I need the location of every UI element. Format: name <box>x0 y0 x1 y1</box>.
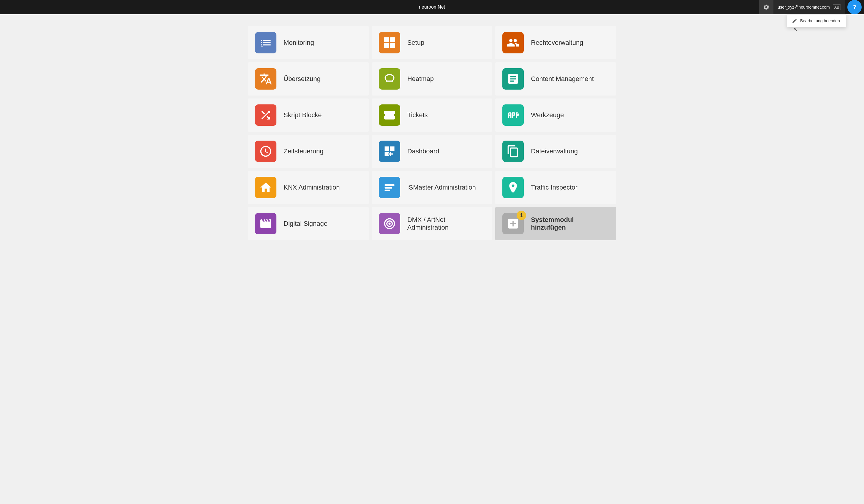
tickets-label: Tickets <box>407 111 428 119</box>
content-management-icon <box>502 68 524 89</box>
werkzeuge-icon <box>502 105 524 126</box>
dashboard-icon <box>379 140 400 162</box>
module-card-tickets[interactable]: Tickets <box>372 98 493 132</box>
module-card-dashboard[interactable]: Dashboard <box>372 135 493 168</box>
bearbeitung-beenden-item[interactable]: Bearbeitung beenden <box>787 14 846 27</box>
content-management-label: Content Management <box>531 75 594 83</box>
knx-admin-icon <box>255 177 276 198</box>
monitoring-label: Monitoring <box>284 39 314 47</box>
module-card-rechteverwaltung[interactable]: Rechteverwaltung <box>495 26 616 59</box>
dashboard-label: Dashboard <box>407 147 440 155</box>
svg-rect-7 <box>384 189 390 191</box>
topbar-right: user_xyz@neuroomnet.com AB ? <box>759 0 864 14</box>
module-card-setup[interactable]: Setup <box>372 26 493 59</box>
module-card-knx-admin[interactable]: KNX Administration <box>248 171 369 204</box>
bearbeitung-beenden-label: Bearbeitung beenden <box>800 19 840 23</box>
module-card-content-management[interactable]: Content Management <box>495 62 616 96</box>
main-content: MonitoringSetupRechteverwaltungÜbersetzu… <box>224 14 640 252</box>
svg-rect-2 <box>390 37 395 42</box>
svg-rect-3 <box>384 43 389 48</box>
help-button[interactable]: ? <box>848 0 862 14</box>
monitoring-icon <box>255 32 276 53</box>
heatmap-label: Heatmap <box>407 75 434 83</box>
dropdown-menu: Bearbeitung beenden ↖ <box>787 14 846 27</box>
add-module-icon: 1 <box>502 213 524 234</box>
module-card-digital-signage[interactable]: Digital Signage <box>248 207 369 240</box>
svg-point-11 <box>388 222 391 224</box>
module-grid: MonitoringSetupRechteverwaltungÜbersetzu… <box>248 26 616 240</box>
module-card-heatmap[interactable]: Heatmap <box>372 62 493 96</box>
dmx-artnet-label: DMX / ArtNet Administration <box>407 216 485 231</box>
tickets-icon <box>379 105 400 126</box>
ismaster-admin-label: iSMaster Administration <box>407 184 476 191</box>
svg-point-0 <box>261 46 263 48</box>
setup-icon <box>379 32 400 53</box>
module-card-add-module[interactable]: 1Systemmodul hinzufügen <box>495 207 616 240</box>
werkzeuge-label: Werkzeuge <box>531 111 564 119</box>
knx-admin-label: KNX Administration <box>284 184 340 191</box>
zeitsteuerung-label: Zeitsteuerung <box>284 147 324 155</box>
svg-rect-1 <box>384 37 389 42</box>
dateiverwaltung-label: Dateiverwaltung <box>531 147 578 155</box>
edit-icon <box>792 18 797 23</box>
heatmap-icon <box>379 68 400 89</box>
module-card-ismaster-admin[interactable]: iSMaster Administration <box>372 171 493 204</box>
module-card-uebersetzung[interactable]: Übersetzung <box>248 62 369 96</box>
zeitsteuerung-icon <box>255 140 276 162</box>
help-icon: ? <box>853 4 856 10</box>
skript-bloecke-icon <box>255 105 276 126</box>
module-card-dateiverwaltung[interactable]: Dateiverwaltung <box>495 135 616 168</box>
module-card-skript-bloecke[interactable]: Skript Blöcke <box>248 98 369 132</box>
add-module-label: Systemmodul hinzufügen <box>531 216 609 231</box>
module-card-werkzeuge[interactable]: Werkzeuge <box>495 98 616 132</box>
topbar-title: neuroomNet <box>419 4 445 10</box>
cursor-indicator: ↖ <box>793 26 798 33</box>
module-card-monitoring[interactable]: Monitoring <box>248 26 369 59</box>
svg-rect-4 <box>390 43 395 48</box>
module-card-dmx-artnet[interactable]: DMX / ArtNet Administration <box>372 207 493 240</box>
digital-signage-icon <box>255 213 276 234</box>
svg-point-8 <box>511 190 515 192</box>
ismaster-admin-icon <box>379 177 400 198</box>
gear-button[interactable] <box>759 0 773 14</box>
user-email: user_xyz@neuroomnet.com <box>778 5 830 10</box>
user-menu[interactable]: user_xyz@neuroomnet.com AB <box>773 0 845 14</box>
topbar: neuroomNet user_xyz@neuroomnet.com AB ? <box>0 0 864 14</box>
uebersetzung-label: Übersetzung <box>284 75 321 83</box>
dateiverwaltung-icon <box>502 140 524 162</box>
rechteverwaltung-label: Rechteverwaltung <box>531 39 583 47</box>
skript-bloecke-label: Skript Blöcke <box>284 111 322 119</box>
module-card-traffic-inspector[interactable]: Traffic Inspector <box>495 171 616 204</box>
lang-badge: AB <box>833 4 841 10</box>
module-card-zeitsteuerung[interactable]: Zeitsteuerung <box>248 135 369 168</box>
traffic-inspector-label: Traffic Inspector <box>531 184 577 191</box>
setup-label: Setup <box>407 39 424 47</box>
dmx-artnet-icon <box>379 213 400 234</box>
digital-signage-label: Digital Signage <box>284 220 327 228</box>
add-module-badge: 1 <box>517 211 526 220</box>
svg-rect-6 <box>384 187 392 189</box>
rechteverwaltung-icon <box>502 32 524 53</box>
uebersetzung-icon <box>255 68 276 89</box>
traffic-inspector-icon <box>502 177 524 198</box>
svg-rect-5 <box>384 184 394 186</box>
